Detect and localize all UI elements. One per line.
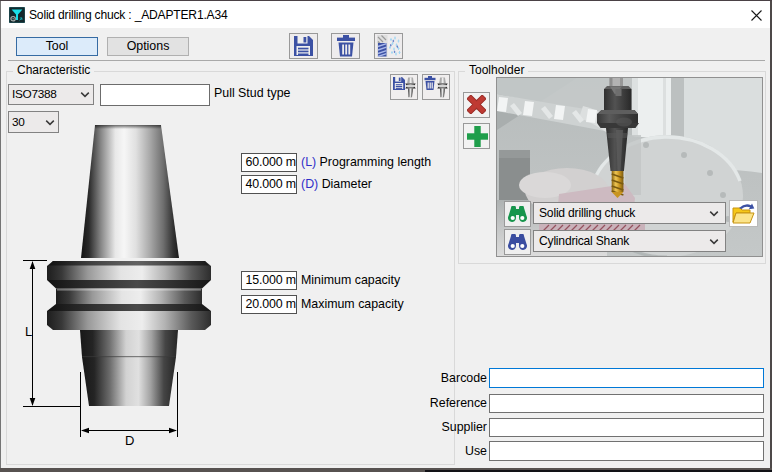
svg-text:L: L [25, 324, 32, 339]
svg-text:D: D [125, 433, 134, 448]
